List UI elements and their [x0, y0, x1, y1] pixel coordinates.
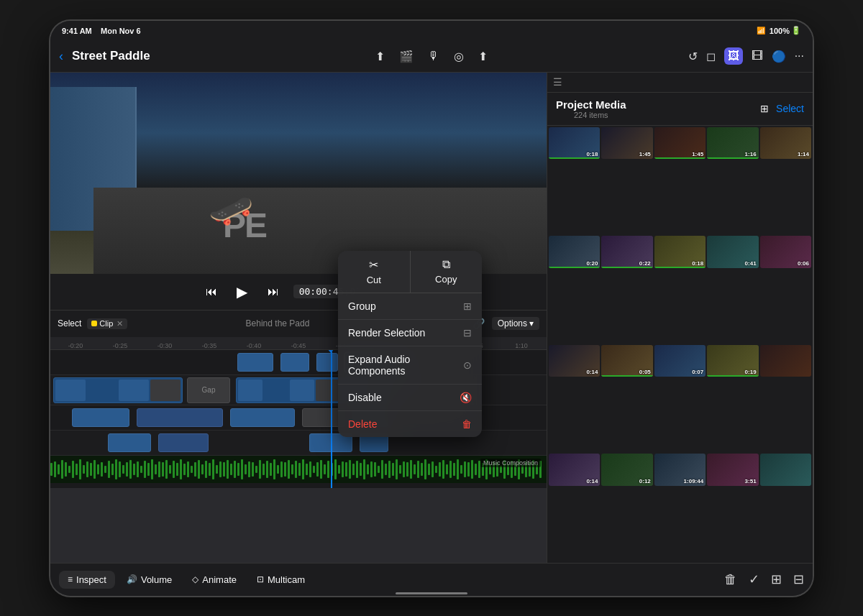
- music-icon[interactable]: 🔵: [772, 50, 786, 63]
- delete-clip-icon[interactable]: 🗑: [724, 572, 737, 587]
- clip-close[interactable]: ✕: [117, 319, 123, 328]
- svg-rect-2: [58, 464, 60, 474]
- main-clip-1[interactable]: [53, 377, 183, 403]
- svg-rect-60: [266, 461, 268, 478]
- animate-label: Animate: [202, 574, 237, 585]
- svg-rect-118: [475, 464, 477, 475]
- media-thumb[interactable]: 1:14: [760, 127, 811, 160]
- trim-icon[interactable]: ⊟: [793, 571, 804, 587]
- camera-icon[interactable]: 🎬: [399, 50, 414, 63]
- svg-rect-71: [306, 464, 308, 475]
- undo-icon[interactable]: ↺: [688, 50, 698, 63]
- tab-multicam[interactable]: ⊡ Multicam: [248, 571, 314, 589]
- photo-icon[interactable]: 🖼: [724, 47, 743, 65]
- delete-menu-item[interactable]: Delete 🗑: [338, 411, 482, 437]
- clip-3[interactable]: [316, 353, 338, 372]
- clip-row3-1[interactable]: [72, 408, 129, 427]
- copy-label: Copy: [435, 274, 457, 285]
- disable-menu-item[interactable]: Disable 🔇: [338, 385, 482, 411]
- status-right: 📶 100% 🔋: [757, 26, 801, 35]
- svg-rect-110: [446, 464, 448, 474]
- disable-label: Disable: [348, 392, 382, 403]
- select-label: Select: [58, 318, 81, 328]
- svg-rect-41: [198, 460, 200, 479]
- list-icon[interactable]: ☰: [553, 76, 562, 88]
- clip-1[interactable]: [237, 353, 273, 372]
- svg-rect-10: [86, 461, 88, 477]
- media-thumb[interactable]: 0:18: [654, 236, 706, 268]
- delete-label: Delete: [348, 418, 377, 430]
- tab-volume[interactable]: 🔊 Volume: [118, 571, 181, 589]
- clip-row3-3[interactable]: [230, 408, 295, 427]
- svg-rect-1: [54, 461, 56, 477]
- render-icon: ⊟: [463, 327, 472, 339]
- media-thumb[interactable]: 0:22: [601, 236, 652, 268]
- clip-row4-2[interactable]: [158, 433, 209, 452]
- media-thumb[interactable]: [760, 345, 811, 377]
- media-thumb[interactable]: 0:20: [549, 236, 600, 268]
- svg-rect-12: [93, 460, 96, 479]
- media-thumb[interactable]: 0:14: [549, 454, 600, 486]
- media-thumb[interactable]: 0:12: [601, 454, 652, 486]
- share-icon[interactable]: ⬆: [375, 50, 385, 63]
- svg-rect-30: [158, 461, 160, 477]
- media-browser-top: ☰: [547, 73, 813, 93]
- more-icon[interactable]: ···: [795, 50, 804, 63]
- svg-rect-69: [298, 463, 301, 476]
- clip-row4-1[interactable]: [108, 433, 151, 452]
- cut-icon: ✂: [369, 258, 378, 272]
- media-thumb[interactable]: [760, 454, 811, 486]
- cut-button[interactable]: ✂ Cut: [338, 251, 411, 293]
- svg-rect-23: [133, 464, 135, 475]
- disable-icon: 🔇: [460, 392, 472, 403]
- media-thumb[interactable]: 1:16: [707, 127, 758, 160]
- media-thumb[interactable]: 1:45: [654, 127, 706, 160]
- media-thumb[interactable]: 0:14: [549, 345, 600, 377]
- back-button[interactable]: ‹: [59, 49, 63, 64]
- tab-inspect[interactable]: ≡ Inspect: [59, 571, 115, 589]
- svg-rect-4: [65, 462, 67, 477]
- options-button[interactable]: Options ▾: [492, 317, 539, 330]
- split-icon[interactable]: ⊞: [771, 571, 782, 587]
- svg-rect-54: [245, 464, 247, 474]
- media-select-button[interactable]: Select: [776, 103, 804, 114]
- voiceover-icon[interactable]: ◎: [454, 50, 464, 63]
- media-thumb[interactable]: 0:06: [760, 236, 811, 268]
- svg-rect-76: [324, 464, 326, 474]
- media-thumb[interactable]: 0:19: [707, 345, 758, 377]
- skip-forward-button[interactable]: ⏭: [268, 285, 279, 298]
- svg-rect-32: [165, 460, 168, 479]
- svg-rect-11: [90, 463, 92, 476]
- svg-rect-72: [309, 461, 311, 477]
- media-header-right: ⊞ Select: [760, 103, 804, 114]
- play-button[interactable]: ▶: [232, 281, 253, 303]
- media-thumb[interactable]: 0:18: [549, 127, 600, 160]
- svg-rect-107: [435, 466, 437, 473]
- confirm-icon[interactable]: ✓: [749, 571, 759, 587]
- export-icon[interactable]: ⬆: [478, 50, 488, 63]
- skip-back-button[interactable]: ⏮: [206, 285, 217, 298]
- media-thumb[interactable]: 0:07: [654, 345, 706, 377]
- tab-animate[interactable]: ◇ Animate: [183, 571, 245, 589]
- film-icon[interactable]: 🎞: [752, 50, 763, 63]
- grid-layout-icon[interactable]: ⊞: [760, 103, 769, 114]
- svg-rect-0: [50, 463, 52, 476]
- svg-rect-27: [147, 463, 150, 476]
- microphone-icon[interactable]: 🎙: [428, 50, 439, 63]
- clip-row3-2[interactable]: [137, 408, 223, 427]
- media-thumb[interactable]: 0:05: [601, 345, 652, 377]
- svg-rect-28: [151, 459, 153, 479]
- clip-2[interactable]: [280, 353, 309, 372]
- svg-rect-63: [277, 465, 279, 474]
- media-thumb[interactable]: 0:41: [707, 236, 758, 268]
- context-menu: ✂ Cut ⧉ Copy Group ⊞ Render Selection ⊟ …: [338, 251, 482, 437]
- copy-button[interactable]: ⧉ Copy: [411, 251, 483, 293]
- grid-icon[interactable]: ◻: [706, 50, 716, 63]
- svg-rect-112: [453, 463, 455, 476]
- media-thumb[interactable]: 1:45: [601, 127, 652, 160]
- expand-audio-menu-item[interactable]: Expand AudioComponents ⊙: [338, 346, 482, 385]
- group-menu-item[interactable]: Group ⊞: [338, 293, 482, 320]
- media-thumb[interactable]: 3:51: [707, 454, 758, 486]
- media-thumb[interactable]: 1:09:44: [654, 454, 706, 486]
- render-selection-menu-item[interactable]: Render Selection ⊟: [338, 320, 482, 346]
